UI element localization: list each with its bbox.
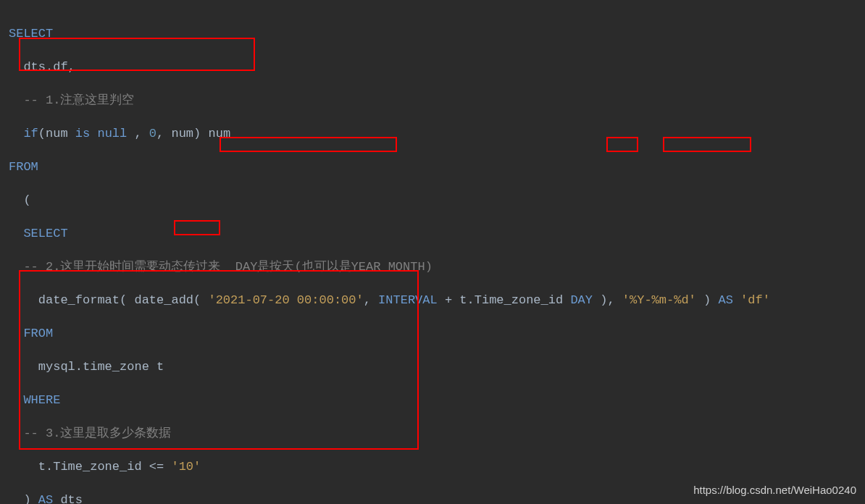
string-literal: 'df' — [740, 293, 770, 307]
keyword-null: null — [97, 127, 127, 140]
code-text: ) — [696, 293, 719, 307]
code-text: ) — [9, 493, 38, 504]
keyword-as: AS — [718, 293, 732, 307]
watermark-text: https://blog.csdn.net/WeiHao0240 — [693, 482, 856, 498]
keyword-where: WHERE — [9, 393, 60, 407]
keyword-day: DAY — [570, 293, 593, 307]
keyword-interval: INTERVAL — [378, 293, 438, 307]
keyword-as: AS — [38, 493, 53, 504]
comment-1: -- 1.注意这里判空 — [9, 93, 134, 107]
code-text: , num) num — [156, 127, 230, 140]
keyword-if: if — [9, 127, 38, 140]
code-text — [733, 293, 740, 307]
code-text: ), — [593, 293, 622, 307]
code-text — [90, 127, 97, 140]
string-literal: '%Y-%m-%d' — [622, 293, 696, 307]
code-text: , — [364, 293, 378, 307]
string-literal: '10' — [171, 460, 201, 474]
keyword-from: FROM — [9, 160, 38, 174]
number-literal: 0 — [149, 127, 156, 140]
code-text: mysql.time_zone t — [9, 360, 164, 374]
code-text: dts — [53, 493, 83, 504]
code-text: dts.df, — [9, 60, 75, 74]
keyword-select: SELECT — [9, 27, 53, 41]
comment-3: -- 3.这里是取多少条数据 — [9, 427, 171, 440]
keyword-from: FROM — [9, 327, 53, 340]
code-text: , — [127, 127, 149, 140]
code-text: + t.Time_zone_id — [438, 293, 571, 307]
keyword-select: SELECT — [9, 227, 68, 240]
code-text: ( — [9, 193, 31, 207]
keyword-is: is — [75, 127, 90, 140]
code-text: date_format( date_add( — [9, 293, 208, 307]
code-text: t.Time_zone_id <= — [9, 460, 171, 474]
comment-2: -- 2.这里开始时间需要动态传过来 DAY是按天(也可以是YEAR MONTH… — [9, 260, 432, 274]
sql-code-editor[interactable]: SELECT dts.df, -- 1.注意这里判空 if(num is nul… — [0, 0, 865, 504]
code-text: (num — [38, 127, 75, 140]
string-literal: '2021-07-20 00:00:00' — [208, 293, 363, 307]
